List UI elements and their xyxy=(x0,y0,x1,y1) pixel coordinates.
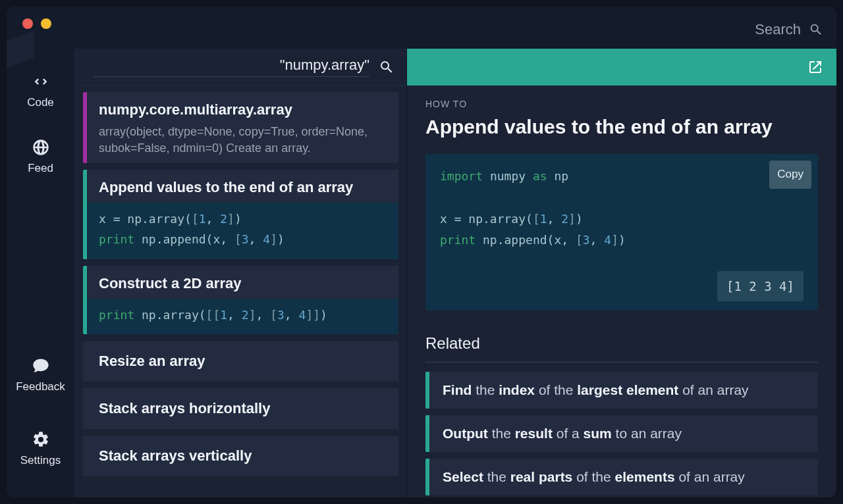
global-search-label: Search xyxy=(755,21,801,38)
sidebar-item-label: Settings xyxy=(20,454,61,467)
result-card-head: Resize an array xyxy=(87,341,398,382)
related-list: Find the index of the largest element of… xyxy=(425,372,818,497)
search-icon xyxy=(809,22,823,37)
detail-output-text: [1 2 3 4] xyxy=(717,271,803,301)
search-icon[interactable] xyxy=(379,59,394,75)
results-column: numpy.core.multiarray.arrayarray(object,… xyxy=(74,49,406,497)
result-desc: array(object, dtype=None, copy=True, ord… xyxy=(99,124,387,157)
globe-icon xyxy=(32,138,50,157)
sidebar: Code Feed Feedback Settings xyxy=(7,49,74,497)
result-card-head: Stack arrays vertically xyxy=(87,436,398,476)
detail-output: [1 2 3 4] xyxy=(440,271,803,301)
related-heading: Related xyxy=(425,334,818,363)
titlebar: Search xyxy=(7,7,836,49)
result-card-head: Append values to the end of an array xyxy=(87,170,398,203)
app-window: Search Code Feed Feedback xyxy=(7,7,836,497)
result-card[interactable]: Construct a 2D arrayprint np.array([[1, … xyxy=(83,266,398,335)
sidebar-item-label: Feedback xyxy=(16,380,65,393)
sidebar-item-label: Code xyxy=(27,96,54,109)
result-card[interactable]: Stack arrays vertically xyxy=(83,436,398,476)
detail-body: HOW TO Append values to the end of an ar… xyxy=(407,86,836,497)
minimize-window-button[interactable] xyxy=(41,18,51,29)
body: Code Feed Feedback Settings xyxy=(7,49,836,497)
result-title: Resize an array xyxy=(99,353,387,370)
chat-icon xyxy=(32,357,50,375)
results-search-bar xyxy=(75,49,406,86)
related-item[interactable]: Select the real parts of the elements of… xyxy=(425,459,818,495)
code-icon xyxy=(32,72,50,91)
sidebar-item-feed[interactable]: Feed xyxy=(7,134,74,179)
result-card[interactable]: Resize an array xyxy=(83,341,398,382)
result-title: Stack arrays vertically xyxy=(99,447,387,465)
result-code: x = np.array([1, 2]) print np.append(x, … xyxy=(87,203,398,259)
sidebar-item-settings[interactable]: Settings xyxy=(7,426,74,471)
result-title: Construct a 2D array xyxy=(99,275,387,292)
result-title: Stack arrays horizontally xyxy=(99,400,387,417)
detail-kicker: HOW TO xyxy=(425,99,818,109)
detail-topbar xyxy=(407,49,836,86)
result-card[interactable]: Append values to the end of an arrayx = … xyxy=(83,170,398,259)
global-search[interactable]: Search xyxy=(755,21,823,38)
results-search-input[interactable] xyxy=(94,57,369,77)
sidebar-item-label: Feed xyxy=(28,162,53,175)
gear-icon xyxy=(32,430,50,449)
related-item[interactable]: Output the result of a sum to an array xyxy=(425,415,818,452)
open-external-icon[interactable] xyxy=(807,59,823,75)
detail-code: import numpy as np x = np.array([1, 2]) … xyxy=(440,166,803,251)
result-card-head: Stack arrays horizontally xyxy=(87,388,398,429)
copy-button[interactable]: Copy xyxy=(769,161,811,189)
result-title: numpy.core.multiarray.array xyxy=(99,101,387,118)
result-title: Append values to the end of an array xyxy=(99,179,387,196)
results-list: numpy.core.multiarray.arrayarray(object,… xyxy=(75,86,406,497)
sidebar-bottom-group: Feedback Settings xyxy=(7,345,74,471)
detail-column: HOW TO Append values to the end of an ar… xyxy=(406,49,836,497)
window-controls xyxy=(22,18,51,29)
result-code: print np.array([[1, 2], [3, 4]]) xyxy=(87,299,398,335)
close-window-button[interactable] xyxy=(22,18,33,29)
sidebar-item-code[interactable]: Code xyxy=(7,68,74,113)
result-card[interactable]: numpy.core.multiarray.arrayarray(object,… xyxy=(83,92,398,163)
result-card-head: Construct a 2D array xyxy=(87,266,398,299)
related-item[interactable]: Find the index of the largest element of… xyxy=(425,372,818,409)
sidebar-item-feedback[interactable]: Feedback xyxy=(7,353,74,397)
result-card[interactable]: Stack arrays horizontally xyxy=(83,388,398,429)
detail-code-block: Copy import numpy as np x = np.array([1,… xyxy=(425,154,818,311)
sidebar-top-group: Code Feed xyxy=(7,68,74,179)
detail-title: Append values to the end of an array xyxy=(425,116,818,138)
result-card-head: numpy.core.multiarray.arrayarray(object,… xyxy=(87,92,398,163)
